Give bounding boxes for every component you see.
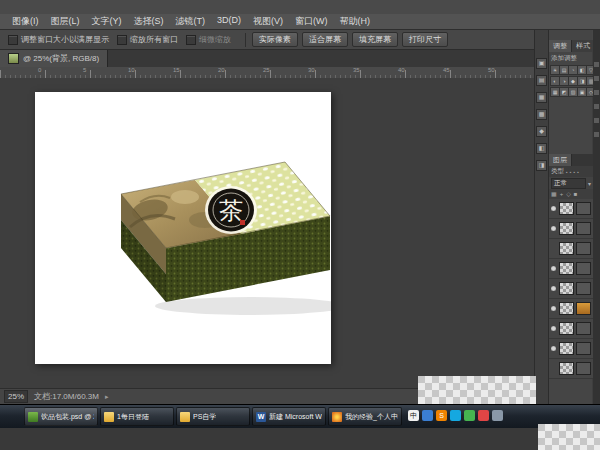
eye-icon — [551, 286, 556, 291]
brush-panel-icon[interactable]: ◆ — [536, 126, 547, 137]
menu-bar: 图像(I)图层(L)文字(Y)选择(S)滤镜(T)3D(D)视图(V)窗口(W)… — [0, 14, 600, 30]
layer-row[interactable] — [549, 239, 593, 259]
layer-thumbnail — [559, 322, 574, 335]
zoom-level-field[interactable]: 25% — [4, 390, 28, 403]
zoom-preset-button[interactable]: 填充屏幕 — [352, 32, 398, 47]
ime-chinese-icon[interactable]: 中 — [408, 410, 419, 421]
document-thumbnail-icon — [8, 53, 19, 64]
word-icon: W — [256, 412, 266, 422]
ruler-label: 0 — [38, 67, 41, 73]
panel-tab[interactable]: 调整 — [549, 40, 572, 52]
menu-item[interactable]: 视图(V) — [247, 15, 289, 28]
layer-row[interactable] — [549, 339, 593, 359]
zoom-option-checkbox[interactable]: 缩放所有窗口 — [117, 34, 178, 45]
lock-all-icon[interactable]: ■ — [574, 189, 578, 199]
panel-tab[interactable]: 样式 — [572, 40, 595, 52]
checkbox-label: 细微缩放 — [199, 34, 231, 45]
taskbar-item[interactable]: 饮品包装.psd @ 2... — [24, 407, 98, 426]
clone-source-panel-icon[interactable]: ◧ — [536, 143, 547, 154]
menu-item[interactable]: 图像(I) — [6, 15, 45, 28]
status-options-arrow-icon[interactable]: ▸ — [105, 393, 109, 401]
dock-collapse-icon[interactable] — [594, 62, 599, 67]
layer-content-thumbnail — [576, 302, 591, 315]
menu-item[interactable]: 选择(S) — [128, 15, 170, 28]
color-panel-icon[interactable]: ▦ — [536, 92, 547, 103]
lock-pixels-icon[interactable]: + — [560, 189, 564, 199]
canvas-area: 茶 — [0, 78, 534, 388]
layer-content-thumbnail — [576, 362, 591, 375]
layer-visibility-toggle[interactable] — [550, 266, 557, 271]
eye-icon — [551, 306, 556, 311]
zoom-preset-button[interactable]: 适合屏幕 — [302, 32, 348, 47]
document-tab[interactable]: @ 25%(背景, RGB/8) — [0, 50, 108, 67]
taskbar-item[interactable]: 我的经验_个人中心... — [328, 407, 402, 426]
qq-icon[interactable] — [450, 410, 461, 421]
ruler-label: 15 — [173, 67, 180, 73]
layer-thumbnail — [559, 282, 574, 295]
layer-visibility-toggle[interactable] — [550, 346, 557, 351]
layer-visibility-toggle[interactable] — [550, 206, 557, 211]
desktop-strip — [0, 428, 600, 450]
dock-panel-icon-1[interactable] — [594, 76, 599, 81]
layer-row[interactable] — [549, 279, 593, 299]
checkbox-icon[interactable] — [117, 35, 127, 45]
security-icon[interactable] — [464, 410, 475, 421]
layer-row[interactable] — [549, 299, 593, 319]
filter-shape-icon[interactable]: ▪ — [577, 169, 579, 175]
dock-panel-icon-2[interactable] — [594, 90, 599, 95]
menu-item[interactable]: 文字(Y) — [86, 15, 128, 28]
ruler-label: 5 — [83, 67, 86, 73]
sogou-input-icon[interactable]: S — [436, 410, 447, 421]
taskbar-item-label: 1每日登陆 — [117, 412, 149, 422]
layer-content-thumbnail — [576, 202, 591, 215]
system-tray: 中S — [408, 410, 503, 421]
menu-item[interactable]: 滤镜(T) — [170, 15, 212, 28]
volume-icon[interactable] — [492, 410, 503, 421]
layer-row[interactable] — [549, 319, 593, 339]
layer-row[interactable] — [549, 259, 593, 279]
zoom-option-checkbox[interactable]: 细微缩放 — [186, 34, 231, 45]
browser-icon — [332, 412, 342, 422]
layer-visibility-toggle[interactable] — [550, 306, 557, 311]
dock-panel-icon-4[interactable] — [594, 118, 599, 123]
taskbar-item[interactable]: PS自学 — [176, 407, 250, 426]
options-separator — [245, 33, 246, 47]
info-panel-icon[interactable]: ◨ — [536, 160, 547, 171]
filter-type-icon[interactable]: ▪ — [574, 169, 576, 175]
zoom-preset-button[interactable]: 打印尺寸 — [402, 32, 448, 47]
properties-panel-icon[interactable]: ▤ — [536, 75, 547, 86]
zoom-option-checkbox[interactable]: 调整窗口大小以满屏显示 — [8, 34, 109, 45]
swatches-panel-icon[interactable]: ▩ — [536, 109, 547, 120]
layer-thumbnail — [559, 202, 574, 215]
layer-row[interactable] — [549, 359, 593, 379]
layer-row[interactable] — [549, 199, 593, 219]
message-icon[interactable] — [422, 410, 433, 421]
zoom-preset-button[interactable]: 实际像素 — [252, 32, 298, 47]
download-icon[interactable] — [478, 410, 489, 421]
dock-panel-icon-5[interactable] — [594, 132, 599, 137]
layer-row[interactable] — [549, 219, 593, 239]
panel-tab[interactable]: 图层 — [549, 154, 572, 166]
taskbar: 饮品包装.psd @ 2...1每日登陆PS自学W新建 Microsoft W.… — [0, 404, 600, 429]
layer-visibility-toggle[interactable] — [550, 286, 557, 291]
filter-pixel-icon[interactable]: ▪ — [566, 169, 568, 175]
checkbox-icon[interactable] — [8, 35, 18, 45]
blend-mode-select[interactable]: 正常 — [551, 178, 586, 189]
lock-position-icon[interactable]: ◇ — [566, 189, 571, 199]
history-panel-icon[interactable]: ▣ — [536, 58, 547, 69]
document-canvas[interactable]: 茶 — [35, 92, 331, 364]
menu-item[interactable]: 窗口(W) — [289, 15, 334, 28]
layer-visibility-toggle[interactable] — [550, 326, 557, 331]
checkbox-icon[interactable] — [186, 35, 196, 45]
layer-content-thumbnail — [576, 242, 591, 255]
taskbar-item[interactable]: 1每日登陆 — [100, 407, 174, 426]
dock-panel-icon-3[interactable] — [594, 104, 599, 109]
lock-transparency-icon[interactable]: ▦ — [551, 189, 557, 199]
menu-item[interactable]: 图层(L) — [45, 15, 86, 28]
menu-item[interactable]: 3D(D) — [211, 15, 247, 28]
filter-adjustment-icon[interactable]: ▪ — [570, 169, 572, 175]
censored-region-2 — [538, 424, 600, 450]
layer-visibility-toggle[interactable] — [550, 226, 557, 231]
taskbar-item[interactable]: W新建 Microsoft W... — [252, 407, 326, 426]
menu-item[interactable]: 帮助(H) — [334, 15, 377, 28]
